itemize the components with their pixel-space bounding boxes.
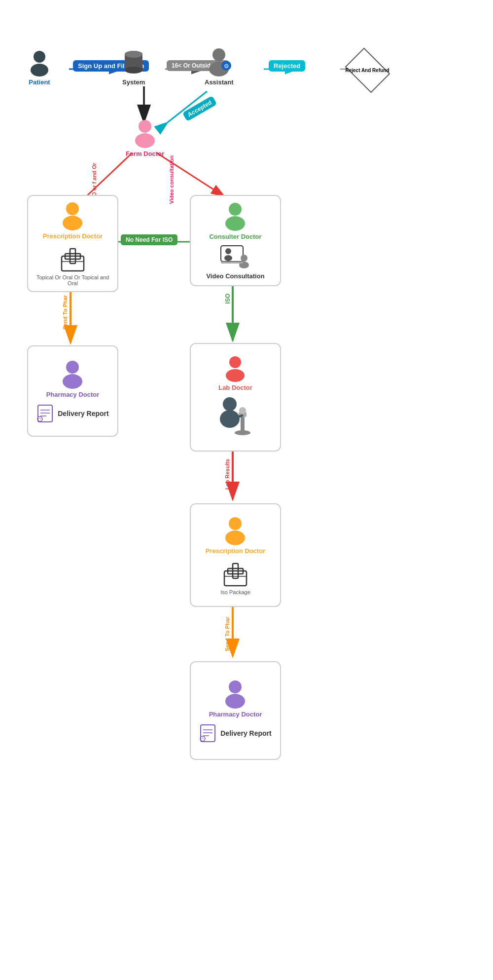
delivery-report-1-label: Delivery Report <box>58 410 108 417</box>
svg-point-41 <box>229 203 242 216</box>
svg-point-45 <box>224 255 232 261</box>
svg-rect-48 <box>221 262 243 264</box>
svg-line-66 <box>238 415 242 417</box>
rejected-badge: Rejected <box>269 60 305 72</box>
prescription-doctor-1-label: Prescription Doctor <box>43 232 103 240</box>
svg-rect-62 <box>241 415 245 433</box>
svg-point-44 <box>225 248 231 254</box>
send-to-phar-2-label: Send To Phar <box>224 617 230 651</box>
svg-point-61 <box>220 410 240 428</box>
assistant-node: ⚙ Assistant <box>205 47 234 86</box>
lab-doctor-box: Lab Doctor <box>190 343 281 452</box>
svg-point-29 <box>212 48 225 61</box>
svg-point-49 <box>66 361 79 374</box>
svg-point-73 <box>229 680 242 693</box>
video-consultation-arrow-label: Video consultation <box>169 155 175 204</box>
prescription-doctor-1-box: Prescription Doctor Topical Or Oral Or T… <box>27 195 118 292</box>
send-to-phar-1-label: Send To Phar <box>62 295 68 330</box>
svg-rect-51 <box>38 405 52 422</box>
video-consultation-label: Video Consultation <box>206 272 264 280</box>
svg-point-42 <box>225 216 245 231</box>
svg-point-63 <box>235 430 250 435</box>
svg-point-50 <box>63 374 82 389</box>
consulter-doctor-label: Consulter Doctor <box>209 233 261 240</box>
svg-point-74 <box>225 694 245 709</box>
lab-doctor-label: Lab Doctor <box>218 384 252 391</box>
no-need-for-iso-area: No Need For ISO <box>121 234 177 245</box>
arrows-svg <box>0 0 493 980</box>
system-node: System <box>122 49 145 86</box>
svg-line-17 <box>157 153 224 196</box>
rejected-badge-area: Rejected <box>269 60 305 72</box>
svg-point-33 <box>139 120 151 133</box>
svg-rect-43 <box>221 246 243 262</box>
prescription-doctor-2-box: Prescription Doctor Iso Package <box>190 503 281 607</box>
svg-point-60 <box>223 397 237 411</box>
prescription-doctor-2-label: Prescription Doctor <box>206 547 265 555</box>
iso-label: ISO <box>224 294 231 304</box>
svg-point-23 <box>34 51 45 63</box>
svg-point-58 <box>229 356 241 368</box>
svg-point-35 <box>66 202 79 215</box>
no-need-iso-badge: No Need For ISO <box>121 234 177 245</box>
form-doctor-label: Form Doctor <box>126 150 164 157</box>
svg-point-68 <box>225 530 245 545</box>
reject-refund-node: Reject And Refund <box>343 52 392 89</box>
iso-package-label: Iso Package <box>220 589 250 595</box>
svg-point-65 <box>239 407 246 414</box>
svg-point-46 <box>241 255 247 262</box>
form-doctor-node: Form Doctor <box>126 118 164 157</box>
pharmacy-doctor-1-label: Pharmacy Doctor <box>46 391 100 398</box>
lab-results-label: Lab Results <box>224 459 230 490</box>
flowchart: Patient Sign Up and Fill Form System 16<… <box>0 0 493 980</box>
svg-point-67 <box>229 517 242 530</box>
svg-point-28 <box>125 51 142 58</box>
system-label: System <box>122 78 145 86</box>
svg-rect-75 <box>201 725 215 742</box>
consulter-video-box: Consulter Doctor Video Consultation <box>190 195 281 286</box>
patient-node: Patient <box>27 49 52 86</box>
svg-point-36 <box>63 216 82 230</box>
svg-text:⚙: ⚙ <box>224 63 229 70</box>
delivery-report-2-label: Delivery Report <box>220 729 271 737</box>
pharmacy-doctor-1-box: Pharmacy Doctor Delivery Report <box>27 345 118 437</box>
assistant-label: Assistant <box>205 78 234 86</box>
svg-point-59 <box>226 369 245 382</box>
pharmacy-doctor-2-label: Pharmacy Doctor <box>209 711 262 718</box>
patient-label: Patient <box>29 78 50 86</box>
reject-refund-label: Reject And Refund <box>345 67 389 74</box>
pharmacy-doctor-2-box: Pharmacy Doctor Delivery Report <box>190 661 281 760</box>
topical-oral-label: Topical Or Oral Or Topical and Oral <box>33 274 112 286</box>
svg-point-24 <box>31 64 48 76</box>
accepted-badge: Accepted <box>182 96 217 121</box>
svg-point-34 <box>135 133 155 148</box>
accepted-badge-area: Accepted <box>182 104 217 113</box>
svg-point-27 <box>125 67 142 74</box>
